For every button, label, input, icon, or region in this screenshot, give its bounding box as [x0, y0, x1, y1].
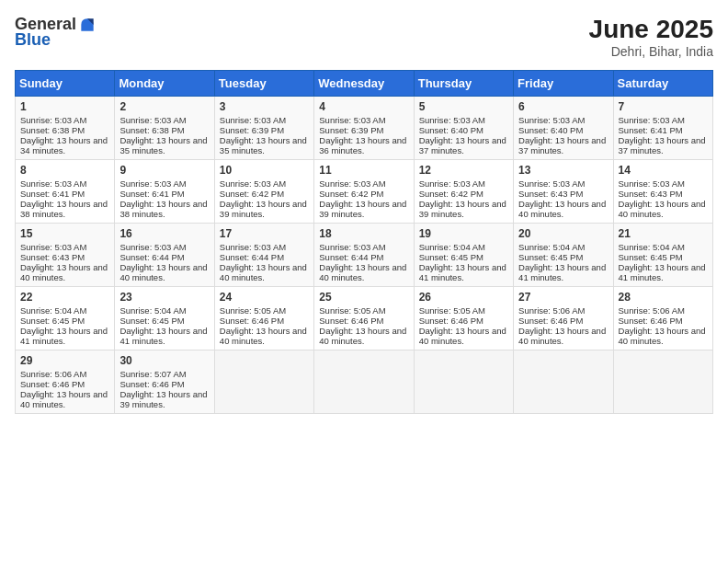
sunset-label: Sunset: 6:44 PM [119, 252, 184, 262]
day-header-friday: Friday [514, 71, 613, 97]
day-number: 4 [319, 100, 408, 113]
day-number: 1 [20, 100, 109, 113]
day-number: 25 [319, 291, 408, 304]
sunset-label: Sunset: 6:43 PM [619, 189, 683, 199]
sunset-label: Sunset: 6:41 PM [20, 189, 85, 199]
calendar-week-row: 22 Sunrise: 5:04 AM Sunset: 6:45 PM Dayl… [16, 287, 713, 350]
sunrise-label: Sunrise: 5:04 AM [419, 242, 485, 252]
day-number: 30 [119, 354, 209, 367]
sunset-label: Sunset: 6:41 PM [619, 125, 683, 135]
sunset-label: Sunset: 6:45 PM [619, 252, 683, 262]
day-number: 13 [518, 164, 608, 177]
calendar-cell: 15 Sunrise: 5:03 AM Sunset: 6:43 PM Dayl… [16, 224, 115, 287]
daylight-label: Daylight: 13 hours and 35 minutes. [220, 135, 307, 155]
daylight-label: Daylight: 13 hours and 41 minutes. [518, 262, 606, 282]
day-number: 7 [619, 100, 708, 113]
logo-blue-text: Blue [15, 30, 51, 50]
daylight-label: Daylight: 13 hours and 40 minutes. [319, 326, 406, 346]
calendar-cell: 2 Sunrise: 5:03 AM Sunset: 6:38 PM Dayli… [115, 97, 214, 160]
daylight-label: Daylight: 13 hours and 37 minutes. [419, 135, 506, 155]
day-number: 27 [518, 291, 608, 304]
sunset-label: Sunset: 6:46 PM [518, 316, 583, 326]
sunrise-label: Sunrise: 5:03 AM [518, 115, 585, 125]
day-number: 23 [119, 291, 209, 304]
calendar-week-row: 15 Sunrise: 5:03 AM Sunset: 6:43 PM Dayl… [16, 224, 713, 287]
calendar-cell: 25 Sunrise: 5:05 AM Sunset: 6:46 PM Dayl… [314, 287, 414, 350]
sunrise-label: Sunrise: 5:03 AM [20, 115, 86, 125]
calendar-cell: 27 Sunrise: 5:06 AM Sunset: 6:46 PM Dayl… [514, 287, 613, 350]
logo-icon [78, 16, 97, 34]
daylight-label: Daylight: 13 hours and 41 minutes. [20, 326, 108, 346]
day-number: 11 [319, 164, 408, 177]
sunset-label: Sunset: 6:42 PM [220, 189, 284, 199]
day-number: 6 [518, 100, 608, 113]
sunset-label: Sunset: 6:46 PM [119, 379, 184, 389]
daylight-label: Daylight: 13 hours and 40 minutes. [419, 326, 506, 346]
daylight-label: Daylight: 13 hours and 40 minutes. [119, 262, 207, 282]
calendar-week-row: 29 Sunrise: 5:06 AM Sunset: 6:46 PM Dayl… [16, 350, 713, 414]
sunrise-label: Sunrise: 5:03 AM [220, 115, 286, 125]
calendar-cell [613, 350, 712, 414]
day-header-thursday: Thursday [414, 71, 513, 97]
day-number: 20 [518, 227, 608, 240]
sunrise-label: Sunrise: 5:05 AM [319, 305, 385, 316]
sunrise-label: Sunrise: 5:05 AM [220, 305, 286, 316]
daylight-label: Daylight: 13 hours and 38 minutes. [20, 199, 108, 219]
day-number: 28 [619, 291, 708, 304]
daylight-label: Daylight: 13 hours and 41 minutes. [419, 262, 506, 282]
calendar-week-row: 1 Sunrise: 5:03 AM Sunset: 6:38 PM Dayli… [16, 97, 713, 160]
sunset-label: Sunset: 6:46 PM [20, 379, 85, 389]
sunset-label: Sunset: 6:41 PM [119, 189, 184, 199]
sunrise-label: Sunrise: 5:06 AM [518, 305, 585, 316]
day-number: 10 [220, 164, 309, 177]
calendar-table: SundayMondayTuesdayWednesdayThursdayFrid… [15, 70, 713, 414]
calendar-cell: 22 Sunrise: 5:04 AM Sunset: 6:45 PM Dayl… [16, 287, 115, 350]
calendar-cell: 30 Sunrise: 5:07 AM Sunset: 6:46 PM Dayl… [115, 350, 214, 414]
sunset-label: Sunset: 6:46 PM [419, 316, 483, 326]
day-header-monday: Monday [115, 71, 214, 97]
day-number: 29 [20, 354, 109, 367]
sunrise-label: Sunrise: 5:04 AM [518, 242, 585, 252]
calendar-header-row: SundayMondayTuesdayWednesdayThursdayFrid… [16, 71, 713, 97]
daylight-label: Daylight: 13 hours and 36 minutes. [319, 135, 406, 155]
day-number: 26 [419, 291, 508, 304]
daylight-label: Daylight: 13 hours and 37 minutes. [518, 135, 606, 155]
daylight-label: Daylight: 13 hours and 40 minutes. [619, 199, 706, 219]
daylight-label: Daylight: 13 hours and 39 minutes. [419, 199, 506, 219]
day-number: 19 [419, 227, 508, 240]
calendar-cell: 18 Sunrise: 5:03 AM Sunset: 6:44 PM Dayl… [314, 224, 414, 287]
sunset-label: Sunset: 6:45 PM [20, 316, 85, 326]
sunset-label: Sunset: 6:44 PM [319, 252, 383, 262]
sunrise-label: Sunrise: 5:04 AM [20, 305, 86, 316]
sunset-label: Sunset: 6:44 PM [220, 252, 284, 262]
day-number: 14 [619, 164, 708, 177]
sunrise-label: Sunrise: 5:06 AM [619, 305, 685, 316]
sunrise-label: Sunrise: 5:03 AM [619, 115, 685, 125]
calendar-cell: 26 Sunrise: 5:05 AM Sunset: 6:46 PM Dayl… [414, 287, 513, 350]
sunrise-label: Sunrise: 5:04 AM [119, 305, 186, 316]
day-number: 5 [419, 100, 508, 113]
day-number: 8 [20, 164, 109, 177]
page-header: General Blue June 2025 Dehri, Bihar, Ind… [15, 15, 713, 59]
calendar-cell: 7 Sunrise: 5:03 AM Sunset: 6:41 PM Dayli… [613, 97, 712, 160]
sunset-label: Sunset: 6:46 PM [619, 316, 683, 326]
sunrise-label: Sunrise: 5:03 AM [119, 242, 186, 252]
day-number: 18 [319, 227, 408, 240]
calendar-cell: 6 Sunrise: 5:03 AM Sunset: 6:40 PM Dayli… [514, 97, 613, 160]
calendar-cell: 29 Sunrise: 5:06 AM Sunset: 6:46 PM Dayl… [16, 350, 115, 414]
calendar-cell: 16 Sunrise: 5:03 AM Sunset: 6:44 PM Dayl… [115, 224, 214, 287]
daylight-label: Daylight: 13 hours and 39 minutes. [220, 199, 307, 219]
sunset-label: Sunset: 6:38 PM [119, 125, 184, 135]
sunrise-label: Sunrise: 5:03 AM [518, 178, 585, 189]
day-header-wednesday: Wednesday [314, 71, 414, 97]
daylight-label: Daylight: 13 hours and 40 minutes. [319, 262, 406, 282]
day-number: 16 [119, 227, 209, 240]
month-title: June 2025 [589, 15, 713, 44]
sunset-label: Sunset: 6:42 PM [419, 189, 483, 199]
day-number: 2 [119, 100, 209, 113]
title-block: June 2025 Dehri, Bihar, India [589, 15, 713, 59]
daylight-label: Daylight: 13 hours and 35 minutes. [119, 135, 207, 155]
sunset-label: Sunset: 6:45 PM [119, 316, 184, 326]
day-number: 12 [419, 164, 508, 177]
day-number: 21 [619, 227, 708, 240]
